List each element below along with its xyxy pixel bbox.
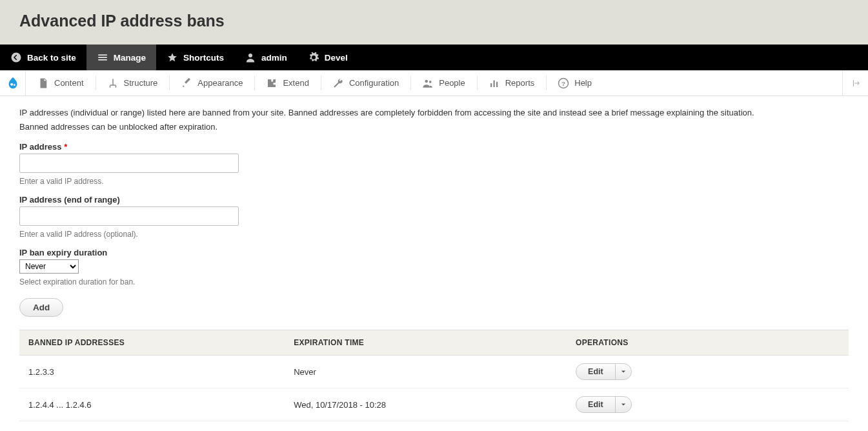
toolbar-item-label: Devel xyxy=(325,53,348,63)
toolbar-item-label: Shortcuts xyxy=(183,53,224,63)
admin-menu-configuration[interactable]: Configuration xyxy=(321,70,410,95)
expiry-select[interactable]: Never xyxy=(19,259,79,274)
table-row: 1.2.3.3NeverEdit xyxy=(19,356,849,388)
toolbar-devel[interactable]: Devel xyxy=(298,45,358,70)
col-header-ip: BANNED IP ADDRESSES xyxy=(19,330,285,356)
edit-dropbutton: Edit xyxy=(576,363,632,380)
svg-point-3 xyxy=(13,84,15,86)
help-icon: ? xyxy=(558,77,569,89)
user-icon xyxy=(245,52,256,63)
toolbar-user[interactable]: admin xyxy=(234,45,298,70)
toolbar-item-label: admin xyxy=(261,53,287,63)
svg-text:?: ? xyxy=(561,79,565,86)
ip-address-description: Enter a valid IP address. xyxy=(19,177,849,186)
edit-button[interactable]: Edit xyxy=(576,364,616,379)
people-icon xyxy=(422,77,434,89)
hamburger-icon xyxy=(97,52,108,63)
form-item-ip: IP address * Enter a valid IP address. xyxy=(19,142,849,186)
intro-line2: Banned addresses can be unblocked after … xyxy=(19,121,849,134)
admin-menu-appearance[interactable]: Appearance xyxy=(169,70,254,95)
col-header-exp: EXPIRATION TIME xyxy=(285,330,567,356)
add-button[interactable]: Add xyxy=(19,298,63,317)
form-item-expiry: IP ban expiry duration Never Select expi… xyxy=(19,248,849,286)
back-arrow-icon xyxy=(10,52,22,63)
svg-point-0 xyxy=(12,53,21,63)
admin-menu-label: Structure xyxy=(124,78,158,88)
cell-ops: Edit xyxy=(567,388,849,421)
admin-menu-label: Appearance xyxy=(197,78,243,88)
main-content: IP addresses (individual or range) liste… xyxy=(0,96,868,431)
dropbutton-toggle[interactable] xyxy=(616,397,631,412)
puzzle-icon xyxy=(266,77,278,89)
page-header: Advanced IP address bans xyxy=(0,0,868,45)
admin-menu-help[interactable]: ? Help xyxy=(546,70,603,95)
dropbutton-toggle[interactable] xyxy=(616,364,631,379)
hierarchy-icon xyxy=(107,77,119,89)
svg-point-4 xyxy=(425,79,429,83)
admin-menu-label: People xyxy=(439,78,465,88)
expiry-description: Select expiration duration for ban. xyxy=(19,277,849,286)
toolbar-item-label: Back to site xyxy=(27,53,76,63)
cell-exp: Wed, 10/17/2018 - 10:28 xyxy=(285,388,567,421)
toolbar-manage[interactable]: Manage xyxy=(86,45,156,70)
col-header-ops: OPERATIONS xyxy=(567,330,849,356)
ip-address-label: IP address * xyxy=(19,142,849,152)
ip-end-description: Enter a valid IP address (optional). xyxy=(19,230,849,239)
admin-menu: Content Structure Appearance Extend Conf… xyxy=(0,70,868,96)
admin-menu-label: Reports xyxy=(505,78,535,88)
admin-menu-reports[interactable]: Reports xyxy=(477,70,547,95)
toolbar-orientation-toggle[interactable] xyxy=(842,70,868,95)
star-icon xyxy=(167,52,178,63)
cell-ip: 1.2.3.3 xyxy=(19,356,285,388)
ip-address-input[interactable] xyxy=(19,154,239,173)
bar-chart-icon xyxy=(489,77,500,89)
intro-line1: IP addresses (individual or range) liste… xyxy=(19,106,849,119)
toolbar-back-to-site[interactable]: Back to site xyxy=(0,45,86,70)
ip-end-label: IP address (end of range) xyxy=(19,195,849,205)
wrench-icon xyxy=(332,77,344,89)
page-title: Advanced IP address bans xyxy=(19,12,225,30)
svg-point-1 xyxy=(248,54,252,57)
cell-exp: Never xyxy=(285,356,567,388)
table-row: 1.2.4.4 ... 1.2.4.6Wed, 10/17/2018 - 10:… xyxy=(19,388,849,421)
paintbrush-icon xyxy=(181,77,192,89)
form-item-ip-end: IP address (end of range) Enter a valid … xyxy=(19,195,849,239)
svg-point-5 xyxy=(429,80,432,83)
document-icon xyxy=(37,77,49,89)
toolbar-item-label: Manage xyxy=(114,53,146,63)
admin-menu-label: Content xyxy=(54,78,84,88)
expiry-label: IP ban expiry duration xyxy=(19,248,849,257)
required-marker: * xyxy=(64,142,67,152)
admin-menu-label: Help xyxy=(574,78,592,88)
admin-menu-people[interactable]: People xyxy=(410,70,476,95)
admin-menu-content[interactable]: Content xyxy=(26,70,96,95)
admin-menu-structure[interactable]: Structure xyxy=(96,70,170,95)
cell-ip: 1.2.4.4 ... 1.2.4.6 xyxy=(19,388,285,421)
toolbar-shortcuts[interactable]: Shortcuts xyxy=(156,45,234,70)
svg-point-2 xyxy=(10,83,13,85)
primary-toolbar: Back to site Manage Shortcuts admin Deve… xyxy=(0,45,868,70)
edit-button[interactable]: Edit xyxy=(576,397,616,412)
admin-menu-label: Configuration xyxy=(349,78,399,88)
ip-end-input[interactable] xyxy=(19,206,239,226)
admin-menu-label: Extend xyxy=(283,78,308,88)
gear-icon xyxy=(308,52,319,63)
drupal-logo-icon[interactable] xyxy=(0,70,26,95)
label-text: IP address xyxy=(19,142,62,152)
edit-dropbutton: Edit xyxy=(576,396,632,413)
cell-ops: Edit xyxy=(567,356,849,388)
admin-menu-extend[interactable]: Extend xyxy=(254,70,320,95)
banned-ip-table: BANNED IP ADDRESSES EXPIRATION TIME OPER… xyxy=(19,330,849,421)
